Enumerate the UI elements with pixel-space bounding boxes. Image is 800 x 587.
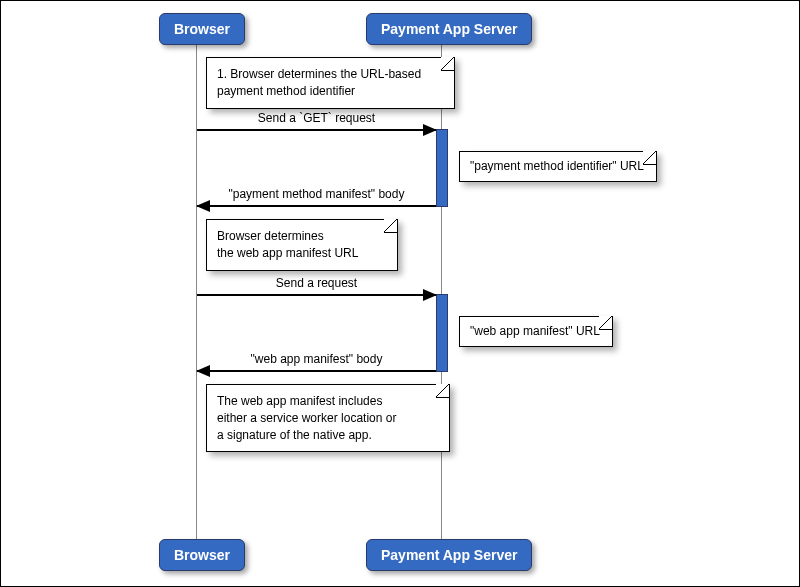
message-label: "web app manifest" body xyxy=(197,352,436,366)
note-line: 1. Browser determines the URL-based xyxy=(217,66,442,83)
note-pmi-url: "payment method identifier" URL xyxy=(459,151,657,182)
participant-browser-bottom: Browser xyxy=(159,539,245,571)
activation-server-1 xyxy=(436,129,448,207)
message-line xyxy=(197,294,436,296)
message-line xyxy=(197,370,436,372)
note-dogear-icon xyxy=(384,219,398,233)
arrowhead-icon xyxy=(196,200,210,212)
note-line: Browser determines xyxy=(217,228,385,245)
arrowhead-icon xyxy=(196,365,210,377)
activation-server-2 xyxy=(436,294,448,372)
participant-label: Browser xyxy=(174,21,230,37)
message-label: "payment method manifest" body xyxy=(197,187,436,201)
note-dogear-icon xyxy=(441,57,455,71)
note-line: The web app manifest includes xyxy=(217,393,437,410)
note-dogear-icon xyxy=(436,384,450,398)
message-label: Send a request xyxy=(197,276,436,290)
participant-server-top: Payment App Server xyxy=(366,13,532,45)
note-dogear-icon xyxy=(599,316,613,330)
note-line: payment method identifier xyxy=(217,83,442,100)
note-url-based-identifier: 1. Browser determines the URL-based paym… xyxy=(206,57,455,109)
message-label: Send a `GET` request xyxy=(197,111,436,125)
arrowhead-icon xyxy=(423,124,437,136)
note-line: "payment method identifier" URL xyxy=(470,159,644,173)
sequence-diagram: Browser Payment App Server 1. Browser de… xyxy=(0,0,800,587)
participant-server-bottom: Payment App Server xyxy=(366,539,532,571)
note-webapp-manifest-includes: The web app manifest includes either a s… xyxy=(206,384,450,452)
note-line: the web app manifest URL xyxy=(217,245,385,262)
participant-label: Payment App Server xyxy=(381,21,517,37)
note-dogear-icon xyxy=(643,151,657,165)
participant-browser-top: Browser xyxy=(159,13,245,45)
arrowhead-icon xyxy=(423,289,437,301)
note-line: either a service worker location or xyxy=(217,410,437,427)
message-line xyxy=(197,129,436,131)
participant-label: Browser xyxy=(174,547,230,563)
participant-label: Payment App Server xyxy=(381,547,517,563)
note-line: "web app manifest" URL xyxy=(470,324,600,338)
lifeline-server xyxy=(441,41,442,541)
note-webapp-manifest-url: Browser determines the web app manifest … xyxy=(206,219,398,271)
note-webapp-url: "web app manifest" URL xyxy=(459,316,613,347)
message-line xyxy=(197,205,436,207)
note-line: a signature of the native app. xyxy=(217,427,437,444)
